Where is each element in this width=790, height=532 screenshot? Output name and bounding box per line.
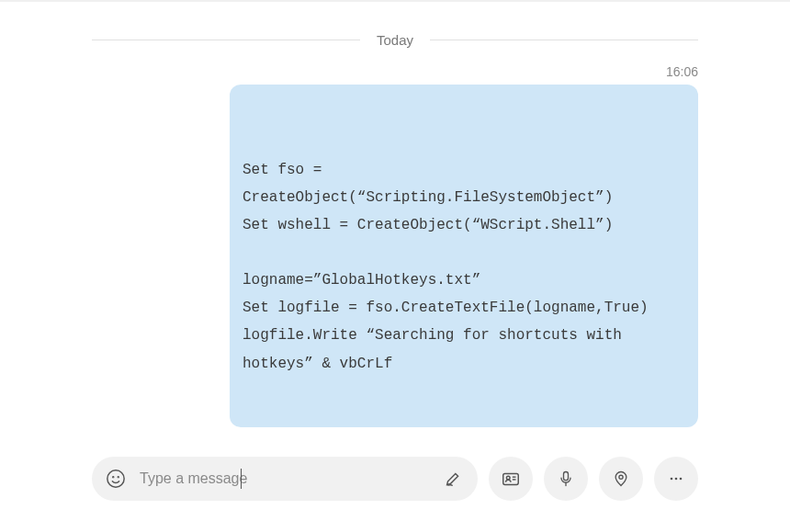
svg-point-2 xyxy=(118,477,118,478)
message-input[interactable] xyxy=(140,470,430,487)
microphone-icon xyxy=(555,468,577,490)
svg-point-10 xyxy=(671,478,673,481)
more-button[interactable] xyxy=(654,457,698,501)
handwriting-icon[interactable] xyxy=(443,468,465,490)
contact-card-icon xyxy=(500,468,522,490)
svg-point-9 xyxy=(619,475,623,479)
svg-point-4 xyxy=(506,476,510,480)
emoji-icon[interactable] xyxy=(105,468,127,490)
text-caret xyxy=(241,469,242,489)
message-input-container[interactable] xyxy=(92,457,478,501)
message-timestamp: 16:06 xyxy=(0,64,698,79)
contact-card-button[interactable] xyxy=(489,457,533,501)
date-divider: Today xyxy=(92,32,698,48)
date-label: Today xyxy=(360,32,430,48)
location-icon xyxy=(610,468,632,490)
message-content: Set fso = CreateObject(“Scripting.FileSy… xyxy=(243,156,685,378)
microphone-button[interactable] xyxy=(544,457,588,501)
location-button[interactable] xyxy=(599,457,643,501)
svg-rect-3 xyxy=(503,474,519,485)
divider-line-left xyxy=(92,40,360,40)
more-icon xyxy=(665,468,687,490)
svg-point-11 xyxy=(675,478,678,481)
svg-rect-7 xyxy=(564,472,569,481)
svg-point-12 xyxy=(680,478,683,481)
svg-point-0 xyxy=(107,470,124,487)
message-bubble[interactable]: Set fso = CreateObject(“Scripting.FileSy… xyxy=(230,85,698,427)
divider-line-right xyxy=(430,40,698,40)
svg-point-1 xyxy=(113,477,114,478)
top-border xyxy=(0,0,790,2)
composer xyxy=(92,457,698,501)
